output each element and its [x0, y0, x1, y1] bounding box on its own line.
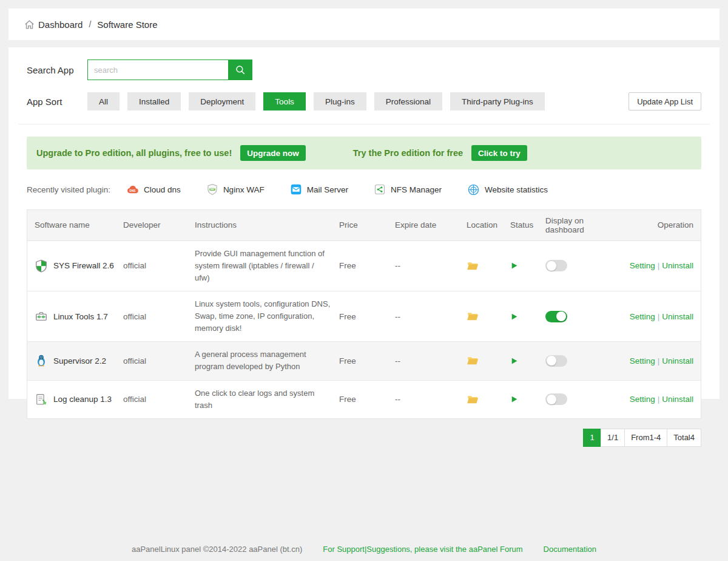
price: Free: [339, 342, 395, 380]
table-row-log-cleanup: Log cleanup 1.3 official One click to cl…: [27, 380, 701, 418]
folder-icon[interactable]: [467, 260, 505, 271]
recent-plugin-mail-server[interactable]: Mail Server: [290, 183, 348, 195]
app-sort-tab-installed[interactable]: Installed: [127, 92, 181, 110]
table-row-supervisor: Supervisor 2.2 official A general proces…: [27, 342, 701, 380]
pagination: 1 1/1 From1-4 Total4: [18, 429, 701, 447]
pro-upgrade-banner: Upgrade to Pro edition, all plugins, fre…: [27, 137, 701, 169]
col-instructions: Instructions: [195, 210, 339, 240]
price: Free: [339, 380, 395, 418]
table-row-linux-tools: Linux Tools 1.7 official Linux system to…: [27, 291, 701, 341]
setting-link[interactable]: Setting: [630, 395, 655, 404]
setting-link[interactable]: Setting: [630, 261, 655, 270]
uninstall-link[interactable]: Uninstall: [662, 261, 693, 270]
table-header-row: Software name Developer Instructions Pri…: [27, 210, 701, 240]
folder-icon[interactable]: [467, 311, 505, 322]
app-sort-tab-all[interactable]: All: [87, 92, 120, 110]
instructions: Linux system tools, configuration DNS, S…: [195, 291, 339, 341]
status-running-icon[interactable]: [510, 313, 541, 321]
page-1-button[interactable]: 1: [583, 429, 601, 447]
svg-text:WAF: WAF: [210, 188, 214, 191]
cloud-dns-icon: DNS: [126, 183, 139, 196]
display-on-dashboard-toggle[interactable]: [545, 393, 567, 405]
operation-separator: |: [658, 312, 660, 321]
developer: official: [123, 240, 195, 291]
recent-plugin-cloud-dns[interactable]: DNS Cloud dns: [126, 183, 181, 196]
breadcrumb-dashboard-label: Dashboard: [38, 19, 83, 30]
software-table: Software name Developer Instructions Pri…: [27, 209, 701, 419]
col-status: Status: [510, 210, 545, 240]
click-to-try-button[interactable]: Click to try: [471, 145, 527, 161]
breadcrumb: Dashboard / Software Store: [8, 8, 720, 40]
instructions: One click to clear logs and system trash: [195, 380, 339, 418]
recent-plugin-nginx-waf[interactable]: WAF Nginx WAF: [206, 183, 265, 195]
operation-separator: |: [658, 261, 660, 270]
display-on-dashboard-toggle[interactable]: [545, 311, 567, 322]
uninstall-link[interactable]: Uninstall: [662, 356, 693, 365]
folder-icon[interactable]: [467, 355, 505, 366]
page-indicator: 1/1: [601, 429, 625, 447]
software-store-panel: Search App App Sort All Installed Deploy…: [8, 47, 720, 399]
app-sort-tab-deployment[interactable]: Deployment: [189, 92, 255, 110]
forum-link[interactable]: For Support|Suggestions, please visit th…: [323, 545, 522, 554]
expire-date: --: [395, 380, 467, 418]
app-sort-tab-professional[interactable]: Professional: [374, 92, 442, 110]
breadcrumb-dashboard[interactable]: Dashboard: [24, 19, 83, 30]
folder-icon[interactable]: [467, 394, 505, 405]
documentation-link[interactable]: Documentation: [544, 545, 596, 554]
upgrade-now-button[interactable]: Upgrade now: [240, 145, 306, 161]
svg-text:DNS: DNS: [130, 189, 136, 192]
search-input[interactable]: [87, 59, 228, 80]
app-sort-tab-plugins[interactable]: Plug-ins: [314, 92, 366, 110]
update-app-list-button[interactable]: Update App List: [629, 92, 701, 110]
status-running-icon[interactable]: [510, 357, 541, 365]
recent-plugin-nfs-manager[interactable]: NFS Manager: [374, 183, 442, 195]
developer: official: [123, 380, 195, 418]
software-name[interactable]: Linux Tools 1.7: [53, 312, 108, 321]
upgrade-text: Upgrade to Pro edition, all plugins, fre…: [36, 148, 232, 158]
col-software-name: Software name: [27, 210, 123, 240]
expire-date: --: [395, 342, 467, 380]
copyright-text: aaPanelLinux panel ©2014-2022 aaPanel (b…: [132, 545, 302, 554]
software-name[interactable]: Log cleanup 1.3: [53, 395, 112, 404]
operation-separator: |: [658, 395, 660, 404]
status-running-icon[interactable]: [510, 262, 541, 270]
expire-date: --: [395, 291, 467, 341]
col-location: Location: [467, 210, 510, 240]
developer: official: [123, 291, 195, 341]
setting-link[interactable]: Setting: [630, 312, 655, 321]
display-on-dashboard-toggle[interactable]: [545, 355, 567, 367]
search-button[interactable]: [228, 59, 252, 80]
page-total: Total4: [667, 429, 701, 447]
sys-firewall-icon: [35, 259, 48, 273]
search-box: [87, 59, 252, 80]
app-sort-tab-tools[interactable]: Tools: [263, 92, 306, 110]
page-range: From1-4: [624, 429, 667, 447]
uninstall-link[interactable]: Uninstall: [662, 395, 693, 404]
try-pro-text: Try the Pro edition for free: [353, 148, 463, 158]
table-row-sys-firewall: SYS Firewall 2.6 official Provide GUI ma…: [27, 240, 701, 291]
software-name[interactable]: Supervisor 2.2: [53, 356, 106, 365]
log-cleanup-icon: [35, 393, 48, 406]
page-footer: aaPanelLinux panel ©2014-2022 aaPanel (b…: [0, 545, 728, 554]
software-name[interactable]: SYS Firewall 2.6: [53, 261, 114, 270]
col-price: Price: [339, 210, 395, 240]
price: Free: [339, 240, 395, 291]
search-label: Search App: [27, 65, 87, 75]
divider: [18, 124, 710, 124]
col-developer: Developer: [123, 210, 195, 240]
developer: official: [123, 342, 195, 380]
app-sort-tabs: All Installed Deployment Tools Plug-ins …: [87, 92, 545, 110]
breadcrumb-separator: /: [89, 19, 91, 29]
price: Free: [339, 291, 395, 341]
recent-plugin-website-statistics[interactable]: Website statistics: [467, 183, 548, 196]
app-sort-label: App Sort: [27, 97, 87, 107]
uninstall-link[interactable]: Uninstall: [662, 312, 693, 321]
app-sort-tab-thirdparty[interactable]: Third-party Plug-ins: [450, 92, 545, 110]
app-sort-row: App Sort All Installed Deployment Tools …: [27, 92, 710, 110]
display-on-dashboard-toggle[interactable]: [545, 260, 567, 271]
search-icon: [235, 64, 246, 75]
status-running-icon[interactable]: [510, 395, 541, 403]
setting-link[interactable]: Setting: [630, 356, 655, 365]
instructions: A general process management program dev…: [195, 342, 339, 380]
page-title: Software Store: [97, 19, 157, 30]
